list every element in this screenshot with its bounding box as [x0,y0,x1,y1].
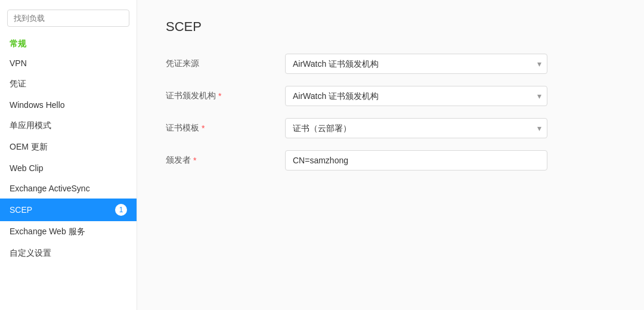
sidebar: 常规 VPN凭证Windows Hello单应用模式OEM 更新Web Clip… [0,0,137,310]
select-wrapper-credential-source: AirWatch 证书颁发机构 [285,54,547,74]
form-section: 凭证来源AirWatch 证书颁发机构证书颁发机构 *AirWatch 证书颁发… [166,54,615,182]
form-label-certificate-authority: 证书颁发机构 * [166,91,285,101]
sidebar-item-web-clip[interactable]: Web Clip [0,158,137,178]
form-row-credential-source: 凭证来源AirWatch 证书颁发机构 [166,54,615,74]
form-label-certificate-template: 证书模板 * [166,123,285,134]
form-control-issuer [285,150,547,170]
sidebar-item-label: 自定义设置 [10,248,51,259]
sidebar-item-exchange-web-services[interactable]: Exchange Web 服务 [0,221,137,243]
sidebar-item-badge: 1 [115,204,127,216]
search-input[interactable] [7,10,129,27]
sidebar-item-label: Web Clip [10,163,44,173]
page-title: SCEP [166,19,615,35]
sidebar-section-label: 常规 [0,34,137,53]
sidebar-item-vpn[interactable]: VPN [0,53,137,73]
form-label-issuer: 颁发者 * [166,155,285,166]
sidebar-item-scep[interactable]: SCEP1 [0,199,137,221]
search-container [7,10,129,27]
select-certificate-authority[interactable]: AirWatch 证书颁发机构 [285,86,547,106]
select-wrapper-certificate-template: 证书（云部署） [285,118,547,138]
sidebar-item-label: Exchange Web 服务 [10,227,85,237]
sidebar-item-label: Exchange ActiveSync [10,184,90,193]
select-credential-source[interactable]: AirWatch 证书颁发机构 [285,54,547,74]
main-content: SCEP 凭证来源AirWatch 证书颁发机构证书颁发机构 *AirWatch… [137,0,644,310]
sidebar-item-label: 凭证 [10,79,26,89]
required-indicator: * [218,91,221,101]
sidebar-item-exchange-activesync[interactable]: Exchange ActiveSync [0,178,137,199]
form-label-credential-source: 凭证来源 [166,58,285,69]
sidebar-item-oem-update[interactable]: OEM 更新 [0,137,137,158]
required-indicator: * [193,156,196,165]
sidebar-item-certificate[interactable]: 凭证 [0,73,137,95]
form-control-certificate-authority: AirWatch 证书颁发机构 [285,86,547,106]
sidebar-item-label: 单应用模式 [10,120,51,131]
select-certificate-template[interactable]: 证书（云部署） [285,118,547,138]
sidebar-item-label: VPN [10,58,27,68]
select-wrapper-certificate-authority: AirWatch 证书颁发机构 [285,86,547,106]
sidebar-item-label: Windows Hello [10,100,65,110]
sidebar-item-custom-settings[interactable]: 自定义设置 [0,243,137,264]
form-row-certificate-template: 证书模板 *证书（云部署） [166,118,615,138]
form-control-credential-source: AirWatch 证书颁发机构 [285,54,547,74]
input-issuer[interactable] [285,150,547,170]
sidebar-item-label: OEM 更新 [10,142,48,153]
required-indicator: * [202,123,205,133]
form-control-certificate-template: 证书（云部署） [285,118,547,138]
sidebar-item-windows-hello[interactable]: Windows Hello [0,95,137,115]
form-row-certificate-authority: 证书颁发机构 *AirWatch 证书颁发机构 [166,86,615,106]
form-row-issuer: 颁发者 * [166,150,615,170]
sidebar-item-single-app-mode[interactable]: 单应用模式 [0,115,137,137]
sidebar-item-label: SCEP [10,205,32,215]
